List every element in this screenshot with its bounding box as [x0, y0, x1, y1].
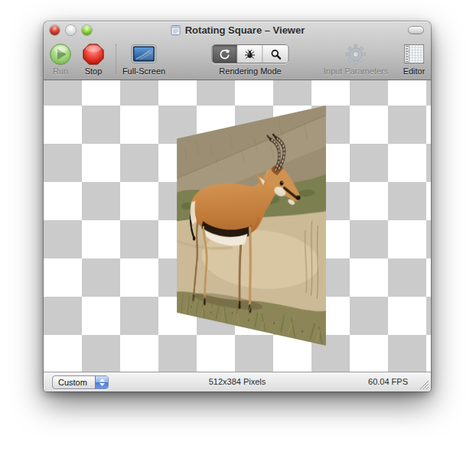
- resize-grip-icon[interactable]: [419, 379, 429, 390]
- run-label: Run: [49, 67, 72, 76]
- rotate-icon: [219, 48, 231, 60]
- segment-debug[interactable]: [238, 45, 263, 63]
- rotating-square-quad: [177, 106, 326, 346]
- viewer-window: Rotating Square – Viewer: [44, 21, 431, 392]
- gazelle-photo: [177, 106, 326, 346]
- desktop-background: Rotating Square – Viewer: [0, 0, 476, 455]
- editor-label: Editor: [403, 67, 425, 76]
- title-bar[interactable]: Rotating Square – Viewer: [44, 21, 431, 38]
- toolbar: Run Stop: [44, 38, 431, 80]
- magnifier-icon: [269, 48, 282, 60]
- input-parameters-button[interactable]: Input Parameters: [324, 41, 388, 76]
- fullscreen-label: Full-Screen: [122, 67, 165, 76]
- zoom-button[interactable]: [82, 25, 92, 35]
- rendering-mode-control: Rendering Mode: [212, 41, 289, 76]
- segment-inspect[interactable]: [263, 45, 289, 63]
- window-chrome: Rotating Square – Viewer: [44, 21, 431, 80]
- gear-icon: [324, 41, 388, 67]
- window-controls: [50, 25, 92, 35]
- bug-icon: [244, 48, 256, 60]
- stop-button[interactable]: Stop: [82, 41, 105, 76]
- toolbar-toggle-pill-button[interactable]: [408, 26, 424, 34]
- render-canvas[interactable]: [44, 80, 431, 372]
- play-icon: [49, 41, 72, 67]
- stop-icon: [82, 41, 105, 67]
- editor-button[interactable]: Editor: [403, 41, 425, 76]
- run-button[interactable]: Run: [49, 41, 72, 76]
- toolbar-separator: [116, 44, 116, 73]
- title-group: Rotating Square – Viewer: [170, 24, 305, 36]
- table-icon: [403, 41, 425, 67]
- status-bar: Custom 512x384 Pixels 60.04 FPS: [44, 372, 431, 392]
- document-proxy-icon: [170, 24, 181, 36]
- stop-label: Stop: [82, 67, 105, 76]
- minimize-button[interactable]: [66, 25, 76, 35]
- fullscreen-button[interactable]: Full-Screen: [122, 41, 165, 76]
- rendering-mode-segmented-control: [212, 44, 289, 63]
- fps-counter: 60.04 FPS: [368, 377, 408, 386]
- rendering-mode-label: Rendering Mode: [212, 67, 289, 76]
- input-parameters-label: Input Parameters: [324, 67, 388, 76]
- close-button[interactable]: [50, 25, 60, 35]
- window-title: Rotating Square – Viewer: [185, 24, 305, 36]
- display-icon: [122, 41, 165, 67]
- segment-rotate[interactable]: [213, 45, 238, 63]
